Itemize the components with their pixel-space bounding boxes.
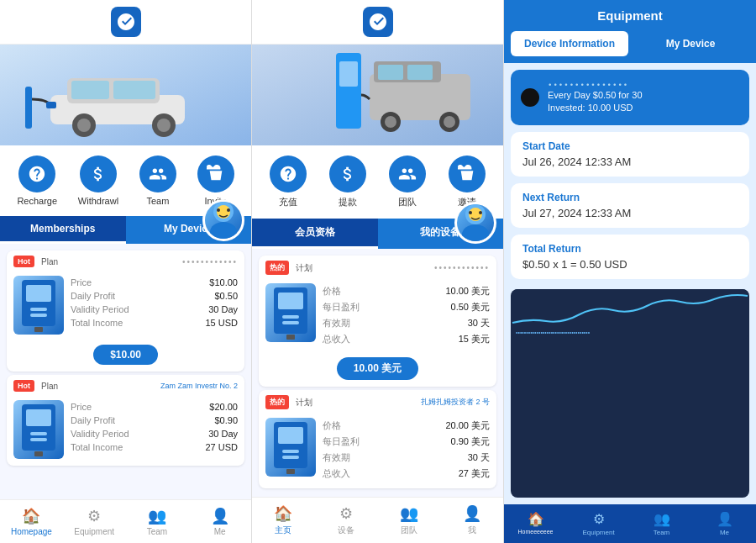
nav-home-2[interactable]: 🏠 主页	[252, 501, 315, 540]
me-icon-2: 👤	[463, 504, 481, 523]
detail-profit-zh-1: 每日盈利 0.50 美元	[323, 299, 490, 315]
detail-validity-zh-1: 有效期 30 天	[323, 315, 490, 331]
svg-rect-50	[282, 456, 299, 459]
eq-nav-equipment[interactable]: ⚙ Equipment	[567, 508, 630, 540]
team-icon-2	[389, 156, 426, 192]
hot-badge-2: Hot	[13, 380, 34, 392]
eq-nav-team[interactable]: 👥 Team	[630, 508, 693, 540]
eq-me-icon: 👤	[717, 511, 733, 527]
svg-rect-43	[278, 293, 303, 309]
bottom-nav-2: 🏠 主页 ⚙ 设备 👥 团队 👤 我	[252, 497, 503, 543]
nav-team-2[interactable]: 👥 团队	[378, 501, 441, 540]
card-details-zh-2: 价格 20.00 美元 每日盈利 0.90 美元 有效期 30 天 总收入 27…	[323, 418, 490, 482]
equipment-tab-bar: Device Information My Device	[504, 31, 756, 63]
svg-rect-32	[407, 65, 433, 80]
panel-equipment: Equipment Device Information My Device •…	[504, 0, 756, 543]
withdraw-label-1: Withdrawl	[78, 196, 118, 206]
svg-point-39	[462, 224, 489, 243]
plan-name-2: Plan	[41, 382, 58, 391]
svg-point-36	[444, 116, 455, 128]
home-icon-1: 🏠	[22, 507, 40, 525]
nav-me-1[interactable]: 👤 Me	[188, 503, 251, 540]
eq-equipment-label: Equipment	[582, 529, 614, 536]
equipment-title: Equipment	[504, 0, 756, 31]
card-body-zh-1: 价格 10.00 美元 每日盈利 0.50 美元 有效期 30 天 总收入 15…	[259, 280, 496, 354]
withdraw-btn-2[interactable]: 提款	[329, 156, 366, 208]
detail-validity-1: Validity Period 30 Day	[71, 303, 238, 316]
card-details-zh-1: 价格 10.00 美元 每日盈利 0.50 美元 有效期 30 天 总收入 15…	[323, 283, 490, 347]
invite-btn-2[interactable]: 邀请	[449, 156, 486, 208]
nav-equipment-2[interactable]: ⚙ 设备	[315, 501, 378, 540]
logo-icon-2	[363, 7, 393, 37]
card-header-1: Hot Plan ••••••••••••	[7, 250, 244, 272]
recharge-btn-2[interactable]: 充值	[270, 156, 307, 208]
membership-list-1: Hot Plan ••••••••••••	[0, 244, 251, 499]
device-desc-eq: Every Day $0.50 for 30 Invested: 10.00 U…	[548, 89, 739, 115]
svg-rect-51	[286, 469, 295, 474]
svg-rect-19	[30, 314, 47, 317]
svg-rect-24	[30, 438, 47, 441]
next-return-section: Next Return Jul 27, 2024 12:33 AM	[511, 183, 749, 228]
nav-equipment-label-2: 设备	[338, 525, 354, 536]
withdraw-btn-1[interactable]: Withdrawl	[78, 156, 118, 206]
detail-price-zh-1: 价格 10.00 美元	[323, 283, 490, 299]
card-details-2: Price $20.00 Daily Profit $0.90 Validity…	[71, 400, 238, 459]
tab-memberships-1[interactable]: Memberships	[0, 216, 126, 244]
nav-equipment-1[interactable]: ⚙ Equipment	[63, 503, 126, 540]
tabs-2: 会员资格 我的设备	[252, 219, 503, 249]
nav-me-2[interactable]: 👤 我	[440, 501, 503, 540]
plan-id-zh-1: ••••••••••••	[434, 263, 490, 272]
tab-memberships-2[interactable]: 会员资格	[252, 219, 378, 249]
detail-price-zh-2: 价格 20.00 美元	[323, 418, 490, 434]
team-btn-2[interactable]: 团队	[389, 156, 426, 208]
hot-badge-zh-1: 热的	[265, 261, 289, 275]
withdraw-label-2: 提款	[339, 196, 357, 208]
start-date-value: Jul 26, 2024 12:33 AM	[522, 156, 738, 168]
card-body-2: Price $20.00 Daily Profit $0.90 Validity…	[7, 397, 244, 466]
device-img-zh-2	[265, 418, 316, 477]
invite-icon-1	[197, 156, 234, 192]
card-header-zh-1: 热的 计划 ••••••••••••	[259, 256, 496, 280]
equipment-icon-1: ⚙	[87, 507, 101, 525]
nav-me-label-1: Me	[214, 527, 226, 536]
panel2-header	[252, 0, 503, 45]
svg-rect-28	[339, 61, 358, 87]
svg-rect-3	[71, 81, 109, 99]
membership-card-zh-1: 热的 计划 •••••••••••• 价格	[259, 256, 496, 387]
nav-home-1[interactable]: 🏠 Homepage	[0, 503, 63, 540]
detail-price-1: Price $10.00	[71, 276, 238, 289]
svg-rect-46	[286, 335, 295, 340]
plan-value-2: Zam Zam Investr No. 2	[160, 382, 238, 390]
card-header-2: Hot Plan Zam Zam Investr No. 2	[7, 375, 244, 397]
panel1-header	[0, 0, 251, 45]
recharge-btn-1[interactable]: Recharge	[17, 156, 57, 206]
equipment-tab-info[interactable]: Device Information	[511, 31, 628, 56]
start-date-section: Start Date Jul 26, 2024 12:33 AM	[511, 132, 749, 177]
invest-btn-zh-1[interactable]: 10.00 美元	[337, 357, 418, 380]
svg-rect-23	[30, 432, 47, 435]
svg-point-6	[77, 119, 91, 132]
equipment-tab-my-device[interactable]: My Device	[632, 31, 749, 56]
logo-icon-1	[111, 7, 141, 37]
chart-area: ••••••••••••••••••••••••••••••••••••	[511, 289, 749, 498]
device-id-eq: •••••••••••••••	[548, 80, 739, 89]
device-card-eq: ••••••••••••••• Every Day $0.50 for 30 I…	[511, 70, 749, 125]
invite-btn-1[interactable]: Invite	[197, 156, 234, 206]
eq-nav-home[interactable]: 🏠 Homeeeeeee	[504, 508, 567, 540]
plan-name-1: Plan	[41, 257, 58, 266]
total-return-section: Total Return $0.50 x 1 = 0.50 USD	[511, 235, 749, 279]
svg-rect-10	[46, 102, 56, 108]
team-btn-1[interactable]: Team	[139, 156, 176, 206]
membership-list-2: 热的 计划 •••••••••••• 价格	[252, 249, 503, 497]
recharge-icon-2	[270, 156, 307, 192]
detail-income-zh-2: 总收入 27 美元	[323, 466, 490, 482]
nav-team-1[interactable]: 👥 Team	[126, 503, 189, 540]
me-icon-1: 👤	[211, 507, 229, 525]
eq-nav-me[interactable]: 👤 Me	[693, 508, 756, 540]
detail-income-2: Total Income 27 USD	[71, 440, 238, 454]
hot-badge-1: Hot	[13, 256, 34, 267]
detail-profit-zh-2: 每日盈利 0.90 美元	[323, 434, 490, 450]
equipment-icon-2: ⚙	[339, 504, 353, 523]
svg-point-13	[210, 222, 237, 240]
invest-btn-1[interactable]: $10.00	[93, 345, 158, 365]
